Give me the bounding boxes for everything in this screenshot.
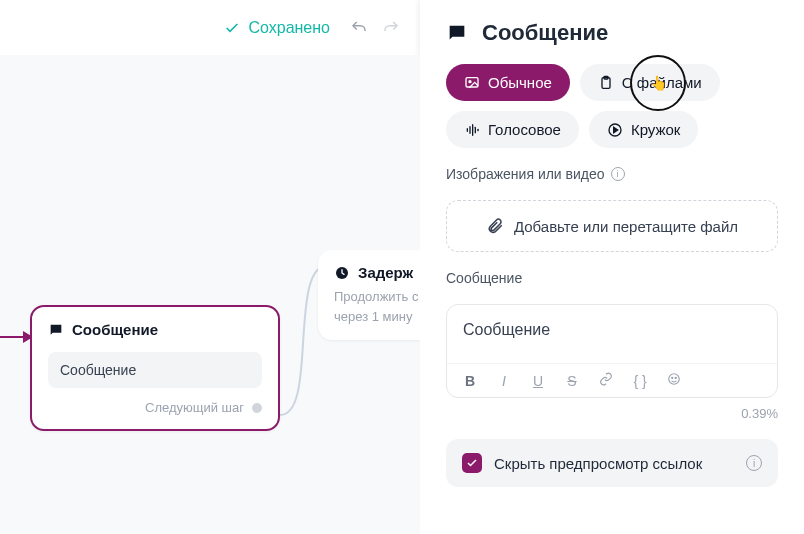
dropzone-label: Добавьте или перетащите файл [514, 218, 738, 235]
tab-voice[interactable]: Голосовое [446, 111, 579, 148]
emoji-button[interactable] [665, 372, 683, 389]
tab-label: Голосовое [488, 121, 561, 138]
svg-marker-14 [614, 127, 618, 132]
editor-toolbar: B I U S { } [447, 363, 777, 397]
waveform-icon [464, 122, 480, 138]
saved-label: Сохранено [248, 19, 330, 37]
message-icon [446, 22, 468, 44]
delay-line2: через 1 мину [334, 307, 420, 327]
link-button[interactable] [597, 372, 615, 389]
underline-button[interactable]: U [529, 373, 547, 389]
svg-point-17 [675, 377, 676, 378]
info-icon[interactable]: i [746, 455, 762, 471]
media-section-label: Изображения или видео i [446, 166, 778, 182]
topbar: Сохранено [0, 0, 420, 55]
info-icon[interactable]: i [611, 167, 625, 181]
undo-icon[interactable] [350, 19, 368, 37]
media-label-text: Изображения или видео [446, 166, 605, 182]
message-textarea[interactable]: Сообщение [447, 305, 777, 363]
link-icon [599, 372, 613, 386]
flow-canvas[interactable]: Сообщение Сообщение Следующий шаг Задерж… [0, 55, 420, 534]
hide-preview-label: Скрыть предпросмотр ссылок [494, 455, 702, 472]
panel-title: Сообщение [446, 20, 778, 46]
properties-panel: Сообщение Обычное С файлами Голосовое Кр… [420, 0, 804, 534]
message-icon [48, 322, 64, 338]
checkbox-checked-icon[interactable] [462, 453, 482, 473]
media-dropzone[interactable]: Добавьте или перетащите файл [446, 200, 778, 252]
tab-with-files[interactable]: С файлами [580, 64, 720, 101]
node-message[interactable]: Сообщение Сообщение Следующий шаг [30, 305, 280, 431]
tab-label: С файлами [622, 74, 702, 91]
play-circle-icon [607, 122, 623, 138]
clipboard-icon [598, 75, 614, 91]
node-next-step: Следующий шаг [48, 400, 262, 415]
paperclip-icon [486, 217, 504, 235]
tab-regular[interactable]: Обычное [446, 64, 570, 101]
strike-button[interactable]: S [563, 373, 581, 389]
char-percent: 0.39% [446, 406, 778, 421]
tab-label: Кружок [631, 121, 681, 138]
svg-point-5 [469, 80, 471, 82]
node-title: Задерж [358, 264, 413, 281]
node-delay[interactable]: Задерж Продолжить с через 1 мину [318, 250, 420, 340]
italic-button[interactable]: I [495, 373, 513, 389]
delay-line1: Продолжить с [334, 287, 420, 307]
svg-point-15 [669, 374, 680, 385]
tab-label: Обычное [488, 74, 552, 91]
node-title: Сообщение [72, 321, 158, 338]
clock-icon [334, 265, 350, 281]
bold-button[interactable]: B [461, 373, 479, 389]
connector-dot-icon[interactable] [252, 403, 262, 413]
saved-indicator: Сохранено [224, 19, 330, 37]
node-body: Сообщение [48, 352, 262, 388]
message-label-text: Сообщение [446, 270, 522, 286]
message-type-tabs: Обычное С файлами Голосовое Кружок 👆 [446, 64, 778, 148]
hide-link-preview-row[interactable]: Скрыть предпросмотр ссылок i [446, 439, 778, 487]
emoji-icon [667, 372, 681, 386]
tab-circle[interactable]: Кружок [589, 111, 699, 148]
image-icon [464, 75, 480, 91]
message-editor: Сообщение B I U S { } [446, 304, 778, 398]
check-icon [224, 20, 240, 36]
message-section-label: Сообщение [446, 270, 778, 286]
svg-point-16 [672, 377, 673, 378]
panel-title-text: Сообщение [482, 20, 608, 46]
braces-button[interactable]: { } [631, 373, 649, 389]
next-step-label: Следующий шаг [145, 400, 244, 415]
redo-icon[interactable] [382, 19, 400, 37]
